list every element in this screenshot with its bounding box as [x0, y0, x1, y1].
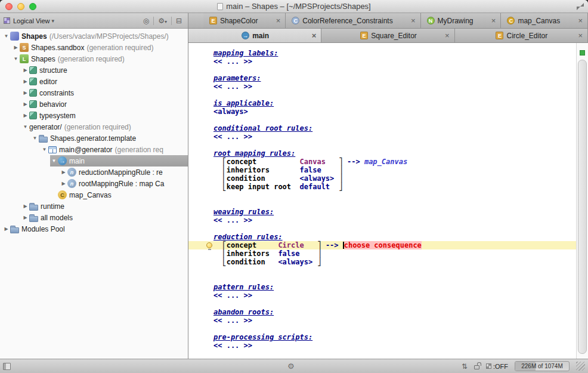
header-reduction-rules[interactable]: reduction rules: [188, 233, 576, 241]
tab-shapecolor[interactable]: EShapeColor× [203, 13, 286, 28]
close-tab-icon[interactable]: × [485, 17, 496, 24]
background-tasks-gear-icon[interactable]: ⚙ [287, 362, 295, 371]
collapsed-arrow-icon[interactable]: ▶ [21, 215, 29, 220]
collapsed-arrow-icon[interactable]: ▶ [21, 79, 29, 84]
close-window-button[interactable] [5, 3, 13, 10]
tree-item-shapes[interactable]: ▼Shapes(/Users/vaclav/MPSProjects/Shapes… [0, 30, 188, 42]
header-conditional-root-rules[interactable]: conditional root rules: [188, 124, 576, 132]
collapsed-arrow-icon[interactable]: ▶ [21, 101, 29, 107]
unlock-icon[interactable] [474, 365, 479, 369]
expanded-arrow-icon[interactable]: ▼ [21, 124, 29, 130]
minimize-window-button[interactable] [17, 3, 24, 10]
close-tab-icon[interactable]: × [572, 17, 583, 24]
tab-main[interactable]: →main× [188, 29, 321, 42]
tree-item-modules-pool[interactable]: ▶Modules Pool [0, 223, 188, 235]
inspections-profile[interactable]: :OFF [486, 363, 508, 370]
header-parameters[interactable]: parameters: [188, 74, 576, 82]
editor-line[interactable] [188, 91, 576, 99]
collapsed-arrow-icon[interactable]: ▶ [21, 67, 29, 73]
header-abandon-roots[interactable]: abandon roots: [188, 308, 576, 316]
editor-line[interactable] [188, 266, 576, 275]
parameters-body[interactable]: << ... >> [188, 82, 576, 91]
is-applicable-body[interactable]: <always> [188, 107, 576, 116]
collapsed-arrow-icon[interactable]: ▶ [21, 113, 29, 118]
resize-grip[interactable] [576, 362, 585, 371]
tab-circle-editor[interactable]: ECircle_Editor× [455, 29, 588, 42]
zoom-window-button[interactable] [29, 3, 36, 10]
toolwindow-toggle-icon[interactable] [3, 363, 11, 370]
editor-line[interactable] [188, 325, 576, 333]
tree-item-behavior[interactable]: ▶behavior [0, 98, 188, 110]
collapsed-arrow-icon[interactable]: ▶ [60, 181, 67, 186]
tree-item-main-generator[interactable]: ▼main@generator(generation req [0, 144, 188, 155]
tree-item-runtime[interactable]: ▶runtime [0, 201, 188, 212]
editor-line[interactable] [188, 141, 576, 149]
editor-content[interactable]: mapping labels:<< ... >>parameters:<< ..… [188, 43, 576, 359]
close-tab-icon[interactable]: × [578, 32, 583, 39]
close-tab-icon[interactable]: × [405, 17, 416, 24]
header-mapping-labels[interactable]: mapping labels: [188, 49, 576, 57]
collapsed-arrow-icon[interactable]: ▶ [12, 45, 20, 50]
scrollbar-thumb[interactable] [578, 60, 587, 354]
reduction-rule-row-inheritors[interactable]: ⎢inheritors false ⎥ [188, 249, 576, 258]
close-tab-icon[interactable]: × [312, 32, 317, 39]
expanded-arrow-icon[interactable]: ▼ [41, 147, 48, 152]
root-rule-row-inheritors[interactable]: ⎢inheritors false ⎥ [188, 166, 576, 174]
mapping-labels-body[interactable]: << ... >> [188, 57, 576, 66]
chevron-down-icon[interactable]: ▾ [52, 18, 55, 24]
header-pattern-rules[interactable]: pattern rules: [188, 283, 576, 291]
editor-line[interactable] [188, 275, 576, 283]
document-proxy-icon[interactable] [217, 3, 223, 10]
scroll-to-node-icon[interactable]: ◎ [141, 17, 151, 25]
tree-item-structure[interactable]: ▶structure [0, 64, 188, 76]
tree-item-shapes[interactable]: ▼LShapes(generation required) [0, 53, 188, 64]
tree-item-all-models[interactable]: ▶all models [0, 212, 188, 223]
editor-line[interactable] [188, 191, 576, 199]
scroll-sync-icon[interactable]: ⇅ [462, 362, 468, 371]
pre-processing-scripts-body[interactable]: << ... >> [188, 341, 576, 350]
expanded-arrow-icon[interactable]: ▼ [12, 56, 20, 61]
tree-item-reductionmappingrule-re[interactable]: ▶nreductionMappingRule : re [0, 167, 188, 178]
editor-line[interactable] [188, 66, 576, 74]
weaving-rules-body[interactable]: << ... >> [188, 216, 576, 224]
collapsed-arrow-icon[interactable]: ▶ [21, 204, 29, 209]
root-rule-row-keep-input-root[interactable]: ⎣keep input root default ⎦ [188, 183, 576, 191]
editor-line[interactable] [188, 224, 576, 233]
close-tab-icon[interactable]: × [270, 17, 281, 24]
tree-item-main[interactable]: ▼→main [0, 155, 188, 167]
tab-map-canvas[interactable]: Cmap_Canvas× [501, 13, 588, 28]
header-root-mapping-rules[interactable]: root mapping rules: [188, 149, 576, 158]
tree-item-shapes-generator-template[interactable]: ▼Shapes.generator.template [0, 132, 188, 144]
root-rule-row-condition[interactable]: ⎢condition <always> ⎥ [188, 174, 576, 183]
view-selector[interactable]: Logical View [13, 17, 50, 24]
tree-item-typesystem[interactable]: ▶typesystem [0, 110, 188, 121]
header-weaving-rules[interactable]: weaving rules: [188, 208, 576, 216]
tab-square-editor[interactable]: ESquare_Editor× [321, 29, 454, 42]
header-pre-processing-scripts[interactable]: pre-processing scripts: [188, 333, 576, 341]
fullscreen-icon[interactable] [577, 3, 584, 10]
tree-item-shapes-sandbox[interactable]: ▶SShapes.sandbox(generation required) [0, 42, 188, 53]
editor-line[interactable] [188, 300, 576, 308]
collapsed-arrow-icon[interactable]: ▶ [21, 90, 29, 95]
tree-item-rootmappingrule-map-ca[interactable]: ▶nrootMappingRule : map Ca [0, 178, 188, 189]
memory-indicator[interactable]: 226M of 1074M [515, 361, 570, 371]
abandon-roots-body[interactable]: << ... >> [188, 316, 576, 325]
settings-gear-icon[interactable]: ⚙▾ [156, 17, 169, 25]
hide-panel-icon[interactable]: ⊟ [174, 17, 184, 25]
intention-bulb-icon[interactable] [206, 242, 212, 248]
expanded-arrow-icon[interactable]: ▼ [2, 33, 10, 39]
collapsed-arrow-icon[interactable]: ▶ [2, 226, 10, 232]
expanded-arrow-icon[interactable]: ▼ [50, 158, 58, 164]
editor-line[interactable] [188, 199, 576, 208]
collapsed-arrow-icon[interactable]: ▶ [60, 169, 67, 175]
tree-item-constraints[interactable]: ▶constraints [0, 87, 188, 98]
tree-item-generator[interactable]: ▼generator/(generation required) [0, 121, 188, 132]
expanded-arrow-icon[interactable]: ▼ [31, 135, 39, 141]
root-rule-row-concept[interactable]: ⎡concept Canvas ⎤ --> map_Canvas [188, 158, 576, 166]
tree-item-map-canvas[interactable]: Cmap_Canvas [0, 189, 188, 201]
tree-item-editor[interactable]: ▶editor [0, 76, 188, 87]
header-is-applicable[interactable]: is applicable: [188, 99, 576, 107]
reduction-rule-row-concept[interactable]: ⎡concept Circle ⎤ --> choose consequence [188, 241, 576, 249]
tab-colorreference-constraints[interactable]: CColorReference_Constraints× [286, 13, 420, 28]
close-tab-icon[interactable]: × [445, 32, 450, 39]
